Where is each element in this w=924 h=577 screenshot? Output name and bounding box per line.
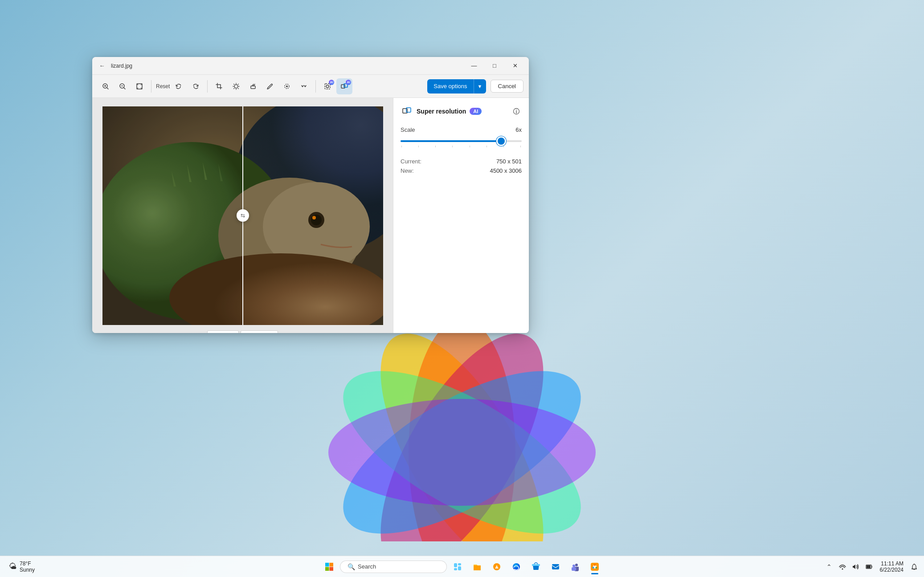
taskbar-search[interactable]: 🔍 Search [340, 561, 447, 573]
brightness-button[interactable] [228, 78, 244, 94]
image-labels: 750 × 501 4500 × 3006 [102, 330, 383, 333]
current-value: 750 x 501 [496, 158, 522, 165]
ai-badge-remove-bg: AI [329, 80, 334, 85]
svg-point-29 [311, 215, 322, 225]
resolution-info: Current: 750 x 501 New: 4500 x 3006 [401, 158, 522, 174]
svg-point-50 [575, 564, 578, 566]
search-text: Search [358, 563, 376, 570]
svg-rect-60 [867, 565, 871, 568]
svg-point-20 [326, 85, 329, 88]
taskbar-app-store[interactable] [527, 558, 545, 576]
blur-button[interactable] [279, 78, 295, 94]
new-size-label: 4500 × 3006 [241, 330, 278, 333]
remove-bg-button[interactable]: AI [319, 78, 335, 94]
svg-rect-45 [458, 566, 461, 570]
tray-network[interactable] [836, 561, 849, 573]
compare-handle[interactable]: ⇆ [237, 209, 249, 222]
svg-point-4 [319, 339, 605, 541]
svg-rect-43 [458, 563, 461, 565]
notification-bell[interactable] [908, 561, 920, 573]
history-tools: Reset [155, 78, 204, 94]
scale-slider[interactable] [401, 137, 522, 147]
tray-volume[interactable] [850, 561, 862, 573]
scale-label: Scale [401, 126, 415, 133]
tick-2 [418, 146, 419, 147]
panel-info-button[interactable] [511, 106, 522, 117]
window-controls: — □ ✕ [464, 59, 525, 73]
canvas-area[interactable]: ⇆ 750 × 501 4500 × 3006 [92, 98, 393, 333]
close-button[interactable]: ✕ [505, 59, 525, 73]
super-resolution-button[interactable]: AI [336, 78, 352, 94]
tray-battery[interactable] [863, 561, 875, 573]
slider-track[interactable] [401, 140, 522, 142]
svg-point-2 [349, 310, 575, 541]
main-content: ⇆ 750 × 501 4500 × 3006 S [92, 98, 529, 333]
svg-rect-33 [102, 106, 243, 325]
svg-point-55 [594, 564, 596, 566]
svg-point-3 [319, 339, 605, 541]
scale-value: 6x [515, 126, 522, 133]
svg-line-8 [107, 87, 109, 89]
crop-button[interactable] [211, 78, 227, 94]
svg-rect-42 [454, 563, 457, 567]
taskbar-app-widgets[interactable] [449, 558, 466, 576]
minimize-button[interactable]: — [464, 59, 484, 73]
tick-6 [487, 146, 487, 147]
tick-8 [520, 146, 521, 147]
new-label: New: [401, 167, 414, 174]
erase-button[interactable] [245, 78, 261, 94]
new-value: 4500 x 3006 [490, 167, 522, 174]
slider-thumb[interactable] [498, 138, 505, 145]
maximize-button[interactable]: □ [484, 59, 505, 73]
taskbar-app-paint2[interactable] [586, 558, 604, 576]
window-title: lizard.jpg [111, 63, 464, 69]
redo-button[interactable] [188, 78, 204, 94]
taskbar-app-file-explorer[interactable] [468, 558, 486, 576]
undo-button[interactable] [171, 78, 187, 94]
panel-title-group: Super resolution AI [401, 105, 482, 118]
save-dropdown-arrow[interactable]: ▼ [474, 79, 486, 93]
search-icon: 🔍 [348, 563, 355, 570]
weather-temp: 78°F [20, 561, 35, 567]
taskbar: 🌤 78°F Sunny 🔍 Search [0, 556, 924, 577]
current-label: Current: [401, 158, 421, 165]
svg-point-18 [286, 85, 288, 87]
start-button[interactable] [320, 558, 338, 576]
taskbar-clock[interactable]: 11:11 AM 6/22/2024 [876, 560, 907, 574]
taskbar-center: 🔍 Search [320, 558, 604, 576]
draw-button[interactable] [262, 78, 278, 94]
more-tools-button[interactable] [296, 78, 312, 94]
taskbar-weather[interactable]: 🌤 78°F Sunny [5, 559, 38, 575]
zoom-out-button[interactable] [114, 78, 131, 94]
taskbar-app-edge[interactable] [507, 558, 525, 576]
slider-ticks [401, 146, 522, 147]
save-main-label[interactable]: Save options [427, 80, 473, 92]
taskbar-app-teams[interactable] [566, 558, 584, 576]
toolbar: Reset [92, 75, 529, 98]
svg-point-0 [349, 310, 575, 541]
svg-rect-49 [552, 564, 559, 569]
taskbar-app-paint[interactable] [488, 558, 506, 576]
save-options-button[interactable]: Save options ▼ [427, 79, 486, 93]
svg-point-57 [593, 567, 594, 569]
super-resolution-panel: Super resolution AI Scale 6x [393, 98, 529, 333]
taskbar-left: 🌤 78°F Sunny [0, 559, 44, 575]
svg-rect-41 [330, 567, 334, 571]
fit-window-button[interactable] [131, 78, 147, 94]
svg-rect-48 [532, 564, 540, 566]
title-bar: ← lizard.jpg — □ ✕ [92, 57, 529, 75]
svg-point-37 [516, 110, 517, 110]
back-button[interactable]: ← [96, 60, 108, 72]
tick-4 [452, 146, 453, 147]
svg-point-15 [234, 85, 238, 88]
zoom-in-button[interactable] [98, 78, 114, 94]
image-container: ⇆ 750 × 501 4500 × 3006 [102, 106, 383, 325]
tray-expand[interactable]: ⌃ [823, 561, 835, 573]
svg-point-56 [596, 567, 597, 569]
current-row: Current: 750 x 501 [401, 158, 522, 165]
cancel-button[interactable]: Cancel [491, 80, 523, 93]
edit-tools [211, 78, 312, 94]
taskbar-app-outlook[interactable] [547, 558, 564, 576]
reset-label: Reset [156, 83, 170, 89]
tick-1 [401, 146, 402, 147]
